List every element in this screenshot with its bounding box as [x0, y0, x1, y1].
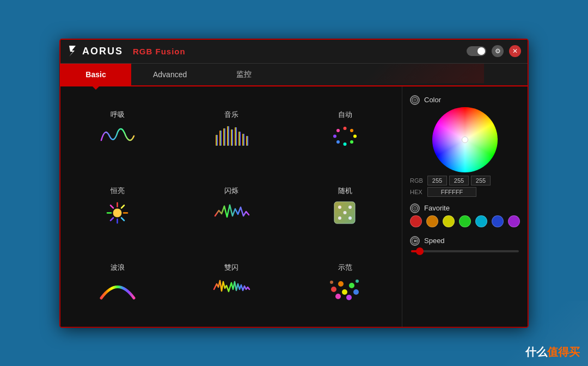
mode-flash-label: 闪烁: [224, 186, 238, 196]
svg-point-41: [330, 281, 333, 284]
svg-point-14: [344, 142, 347, 146]
fav-color-red[interactable]: [410, 215, 422, 227]
mode-music-label: 音乐: [224, 110, 238, 120]
svg-rect-8: [242, 134, 244, 146]
mode-flash-icon: [212, 199, 250, 226]
color-wheel-container: [410, 107, 520, 172]
svg-point-46: [414, 207, 416, 209]
power-toggle[interactable]: [467, 46, 486, 56]
svg-point-42: [356, 280, 359, 283]
rgb-g-input[interactable]: [449, 176, 469, 185]
speed-slider-container: [410, 250, 520, 252]
mode-double-flash[interactable]: 雙闪: [174, 245, 288, 321]
tab-bar: Basic Advanced 监控: [60, 64, 528, 86]
svg-point-18: [113, 208, 122, 217]
hex-input[interactable]: [427, 187, 476, 197]
mode-music-icon: [212, 123, 250, 150]
toggle-knob: [477, 47, 485, 55]
svg-point-38: [353, 289, 359, 295]
favorite-colors-container: [410, 215, 520, 227]
color-section: Color RGB HEX: [410, 95, 520, 197]
svg-point-37: [349, 283, 354, 288]
mode-demo[interactable]: 示范: [288, 245, 402, 321]
color-wheel[interactable]: [432, 107, 498, 172]
main-content: 呼吸: [60, 86, 528, 327]
fav-color-orange[interactable]: [426, 215, 438, 227]
color-section-icon: [410, 95, 420, 105]
mode-auto-icon: [326, 123, 364, 150]
speed-slider-thumb[interactable]: [416, 247, 424, 255]
close-button[interactable]: ✕: [509, 45, 521, 57]
watermark-prefix: 什么: [525, 346, 547, 358]
svg-line-26: [111, 218, 113, 220]
watermark-text: 值得买: [547, 346, 580, 358]
fav-color-purple[interactable]: [508, 215, 520, 227]
mode-auto[interactable]: 自动: [288, 92, 402, 169]
svg-point-43: [412, 97, 418, 103]
favorite-section-title: Favorite: [410, 203, 520, 213]
mode-auto-label: 自动: [338, 110, 352, 120]
modes-panel: 呼吸: [60, 86, 402, 327]
app-title: RGB Fusion: [133, 47, 186, 56]
svg-point-10: [344, 127, 347, 130]
favorite-section: Favorite: [410, 203, 520, 227]
svg-rect-7: [238, 132, 241, 146]
brand-name: AORUS: [82, 46, 123, 57]
svg-point-16: [333, 135, 336, 138]
color-wheel-center: [462, 137, 468, 143]
svg-point-13: [350, 140, 353, 144]
logo-area: AORUS RGB Fusion: [67, 45, 186, 58]
mode-steady-icon: [99, 199, 137, 226]
tab-advanced[interactable]: Advanced: [131, 64, 209, 85]
settings-button[interactable]: ⚙: [492, 45, 504, 57]
svg-line-23: [111, 205, 113, 208]
speed-section-icon: [410, 236, 420, 246]
tab-monitor[interactable]: 监控: [209, 64, 279, 85]
title-bar: AORUS RGB Fusion ⚙ ✕: [60, 40, 528, 64]
rgb-r-input[interactable]: [427, 176, 447, 185]
mode-wave[interactable]: 波浪: [60, 245, 174, 321]
speed-slider[interactable]: [411, 250, 519, 252]
aorus-logo: AORUS: [67, 45, 123, 58]
mode-random-label: 随机: [338, 186, 352, 196]
svg-point-12: [353, 135, 357, 138]
speed-section: Speed: [410, 236, 520, 252]
fav-color-cyan[interactable]: [475, 215, 487, 227]
fav-color-green[interactable]: [459, 215, 471, 227]
svg-rect-2: [219, 131, 222, 146]
mode-wave-icon: [99, 276, 137, 303]
svg-point-40: [346, 295, 352, 300]
fav-color-blue[interactable]: [492, 215, 504, 227]
svg-marker-0: [69, 46, 76, 57]
svg-rect-5: [231, 129, 233, 146]
hex-label: HEX: [410, 189, 425, 195]
aorus-icon: [67, 45, 80, 58]
mode-music[interactable]: 音乐: [174, 92, 288, 169]
rgb-b-input[interactable]: [471, 176, 491, 185]
svg-point-39: [335, 294, 341, 299]
app-window: AORUS RGB Fusion ⚙ ✕ Basic Advanced 监控: [60, 39, 528, 327]
mode-steady-label: 恒亮: [111, 186, 125, 196]
mode-random-icon: [326, 199, 364, 226]
mode-flash[interactable]: 闪烁: [174, 168, 288, 245]
tab-basic[interactable]: Basic: [60, 64, 131, 85]
svg-line-25: [121, 205, 124, 208]
mode-wave-label: 波浪: [111, 263, 125, 272]
mode-breathe[interactable]: 呼吸: [60, 92, 174, 169]
mode-double-flash-icon: [212, 276, 250, 303]
svg-point-17: [336, 129, 340, 132]
svg-rect-6: [235, 127, 237, 146]
svg-rect-3: [223, 128, 225, 146]
mode-random[interactable]: 随机: [288, 168, 402, 245]
rgb-label: RGB: [410, 177, 425, 184]
fav-color-yellow[interactable]: [443, 215, 455, 227]
title-controls: ⚙ ✕: [467, 45, 521, 57]
favorite-section-icon: [410, 203, 420, 213]
svg-rect-1: [216, 135, 218, 146]
color-panel: Color RGB HEX: [402, 86, 528, 327]
mode-steady[interactable]: 恒亮: [60, 168, 174, 245]
svg-rect-9: [246, 136, 248, 146]
speed-section-title: Speed: [410, 236, 520, 246]
mode-demo-label: 示范: [338, 263, 352, 272]
svg-point-15: [336, 140, 340, 144]
